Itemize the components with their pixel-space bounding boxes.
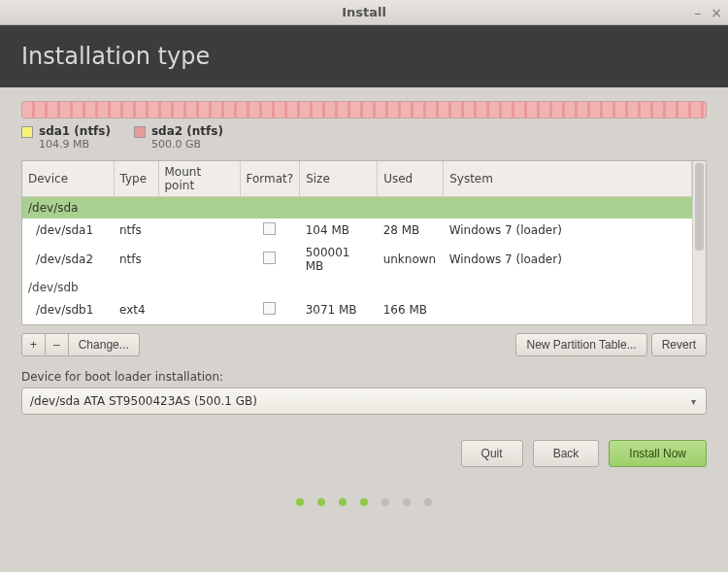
cell-format <box>240 219 300 242</box>
cell-device: /dev/sdb <box>22 277 692 298</box>
install-window: Install – × Installation type sda1 (ntfs… <box>0 0 728 572</box>
progress-dot <box>381 498 389 506</box>
revert-button[interactable]: Revert <box>651 333 707 356</box>
cell-type: ext4 <box>114 298 158 321</box>
header: Installation type <box>0 25 728 87</box>
cell-type: ext4 <box>114 321 158 324</box>
progress-dot <box>360 498 368 506</box>
cell-system: Linux Mint 15 Olivia (15) <box>444 321 692 324</box>
table-row[interactable]: /dev/sda1 ntfs 104 MB 28 MB Windows 7 (l… <box>22 219 692 242</box>
bootloader-label: Device for boot loader installation: <box>21 370 707 384</box>
partition-toolbar: + – Change... New Partition Table... Rev… <box>21 333 707 356</box>
table-row[interactable]: /dev/sdb5 ext4 30719 MB 4130 MB Linux Mi… <box>22 321 692 324</box>
cell-system: Windows 7 (loader) <box>444 242 692 277</box>
legend-item: sda1 (ntfs) 104.9 MB <box>21 124 111 151</box>
col-size[interactable]: Size <box>300 161 378 197</box>
cell-device: /dev/sda <box>22 197 692 219</box>
legend-name: sda2 (ntfs) <box>151 124 223 138</box>
partition-table: Device Type Mount point Format? Size Use… <box>21 160 707 325</box>
cell-format <box>240 242 300 277</box>
table-header-row[interactable]: Device Type Mount point Format? Size Use… <box>22 161 692 197</box>
cell-size: 3071 MB <box>300 298 378 321</box>
bootloader-value: /dev/sda ATA ST9500423AS (500.1 GB) <box>30 394 257 408</box>
cell-system <box>444 298 692 321</box>
install-now-button[interactable]: Install Now <box>609 440 707 467</box>
disk-legend: sda1 (ntfs) 104.9 MB sda2 (ntfs) 500.0 G… <box>21 124 707 151</box>
table-row[interactable]: /dev/sdb1 ext4 3071 MB 166 MB <box>22 298 692 321</box>
cell-device: /dev/sdb1 <box>22 298 114 321</box>
format-checkbox[interactable] <box>263 252 276 264</box>
disk-usage-bar[interactable] <box>21 101 707 118</box>
legend-size: 104.9 MB <box>39 138 111 151</box>
table-row[interactable]: /dev/sda <box>22 197 692 219</box>
cell-device: /dev/sda2 <box>22 242 114 277</box>
change-button[interactable]: Change... <box>69 333 140 356</box>
col-mount[interactable]: Mount point <box>158 161 240 197</box>
cell-used: 4130 MB <box>378 321 444 324</box>
cell-device: /dev/sdb5 <box>22 321 114 324</box>
cell-device: /dev/sda1 <box>22 219 114 242</box>
swatch-icon <box>21 126 33 138</box>
cell-format <box>240 321 300 324</box>
cell-used: unknown <box>378 242 444 277</box>
swatch-icon <box>134 126 146 138</box>
legend-name: sda1 (ntfs) <box>39 124 111 138</box>
remove-button[interactable]: – <box>46 333 69 356</box>
quit-button[interactable]: Quit <box>461 440 523 467</box>
window-controls: – × <box>694 5 722 20</box>
col-format[interactable]: Format? <box>240 161 300 197</box>
col-used[interactable]: Used <box>378 161 444 197</box>
format-checkbox[interactable] <box>263 222 276 235</box>
scrollbar[interactable] <box>692 161 706 324</box>
progress-dot <box>403 498 411 506</box>
table-body: /dev/sda /dev/sda1 ntfs 104 MB 28 MB Win… <box>22 197 692 325</box>
format-checkbox[interactable] <box>263 302 276 315</box>
page-title: Installation type <box>21 43 707 70</box>
progress-dot <box>339 498 347 506</box>
cell-mount <box>158 298 240 321</box>
table-row[interactable]: /dev/sda2 ntfs 500001 MB unknown Windows… <box>22 242 692 277</box>
cell-size: 30719 MB <box>300 321 378 324</box>
minimize-icon[interactable]: – <box>694 5 701 20</box>
progress-dot <box>424 498 432 506</box>
progress-dot <box>296 498 304 506</box>
col-type[interactable]: Type <box>114 161 158 197</box>
window-title: Install <box>0 5 728 19</box>
new-partition-table-button[interactable]: New Partition Table... <box>515 333 646 356</box>
back-button[interactable]: Back <box>533 440 600 467</box>
cell-used: 166 MB <box>378 298 444 321</box>
footer-buttons: Quit Back Install Now <box>21 440 707 467</box>
legend-item: sda2 (ntfs) 500.0 GB <box>134 124 223 151</box>
cell-size: 104 MB <box>300 219 378 242</box>
cell-system: Windows 7 (loader) <box>444 219 692 242</box>
legend-size: 500.0 GB <box>151 138 223 151</box>
col-system[interactable]: System <box>444 161 692 197</box>
progress-dots <box>21 467 707 524</box>
cell-size: 500001 MB <box>300 242 378 277</box>
add-button[interactable]: + <box>21 333 46 356</box>
cell-type: ntfs <box>114 242 158 277</box>
cell-mount <box>158 219 240 242</box>
cell-mount <box>158 321 240 324</box>
cell-format <box>240 298 300 321</box>
table-row[interactable]: /dev/sdb <box>22 277 692 298</box>
scrollbar-thumb[interactable] <box>695 163 704 251</box>
col-device[interactable]: Device <box>22 161 114 197</box>
cell-mount <box>158 242 240 277</box>
progress-dot <box>317 498 325 506</box>
cell-type: ntfs <box>114 219 158 242</box>
cell-used: 28 MB <box>378 219 444 242</box>
close-icon[interactable]: × <box>711 5 722 20</box>
bootloader-device-select[interactable]: /dev/sda ATA ST9500423AS (500.1 GB) <box>21 387 707 415</box>
titlebar[interactable]: Install – × <box>0 0 728 25</box>
content: sda1 (ntfs) 104.9 MB sda2 (ntfs) 500.0 G… <box>0 87 728 572</box>
